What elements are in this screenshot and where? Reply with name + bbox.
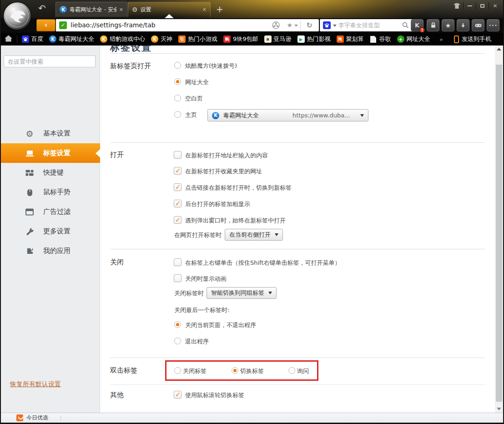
checkbox-label[interactable]: 点击链接在新标签打开时，切换到新标签 [185,184,292,192]
send-to-phone-button[interactable]: 发送到手机 [454,35,491,43]
more-tools-button[interactable]: ••• [487,19,499,31]
checkbox-label[interactable]: 在新标签打开收藏夹里的网址 [185,168,262,175]
radio-button[interactable] [174,78,181,85]
address-bar[interactable]: ✓ liebao://settings-frame/tab ★ ↻ [56,19,319,31]
radio-label[interactable]: 主页 [185,111,197,119]
search-box[interactable] [320,19,413,31]
bookmark-mieshen[interactable]: K 灭神 [151,35,172,43]
add-favorite-icon[interactable]: ★ [287,21,292,29]
radio-button[interactable] [174,338,181,344]
restore-defaults-link[interactable]: 恢复所有默认设置 [10,380,61,389]
radio-button[interactable] [174,62,181,69]
bookmark-duba[interactable]: K 毒霸网址大全 [49,35,94,43]
checkbox[interactable] [174,183,181,191]
lock-button[interactable] [427,19,439,31]
video-favicon-icon: ▶ [297,35,305,43]
bookmark-juhuasuan[interactable]: 淘 聚划算 [337,35,364,43]
radio-button[interactable] [174,95,181,101]
bookmarks-overflow-chevron[interactable]: » [439,36,443,43]
radio-label[interactable]: 关闭当前页面，不退出程序 [185,322,256,329]
sidebar-item-more-settings[interactable]: 更多设置 [0,222,100,241]
speed-boost-icon[interactable] [272,21,280,31]
close-when-select[interactable]: 智能切换到同组标签 [207,287,277,299]
bookmark-movies[interactable]: ▶ 热门影视 [297,35,331,43]
radio-button[interactable] [174,367,181,374]
checkbox-label[interactable]: 后台打开的标签加粗显示 [185,201,250,208]
open-when-select[interactable]: 在当前右侧打开 [225,229,283,241]
radio-button[interactable] [174,111,181,118]
radio-button[interactable] [288,367,295,374]
favorite-dropdown-icon[interactable] [294,25,298,27]
radio-label[interactable]: 关闭标签 [183,368,207,375]
radio-label[interactable]: 网址大全 [185,79,209,86]
homepage-select[interactable]: K 毒霸网址大全 https://www.duba... [207,109,368,121]
new-tab-button[interactable]: + [214,4,226,15]
sidebar-item-ad-filter[interactable]: 广告过滤 [0,202,100,222]
search-icon[interactable] [402,22,409,30]
bookmark-game-center[interactable]: K 猎豹游戏中心 [100,35,145,43]
radio-label[interactable]: 炫酷魔方(快速拨号) [185,62,237,70]
checkbox[interactable] [174,391,181,399]
daily-picks-link[interactable]: 今日优选 [26,413,48,423]
checkbox[interactable] [174,200,181,207]
puzzle-icon [24,247,35,255]
baidu-logo-icon[interactable] [323,21,331,29]
maximize-button[interactable] [476,2,489,10]
checkbox-label[interactable]: 遇到弹出窗口时，始终在新标签中打开 [185,217,286,224]
checkbox-label[interactable]: 在新标签打开地址栏输入的内容 [185,152,268,159]
favorites-button[interactable]: ★ [442,19,454,31]
minimize-button[interactable] [464,2,476,10]
triangle-up-icon [497,48,501,50]
radio-label[interactable]: 询问 [297,368,309,375]
bookmark-wangzhi[interactable]: + 网址大全 [397,35,430,43]
bookmark-google[interactable]: 谷歌 [370,35,391,43]
radio-button[interactable] [232,367,238,374]
search-input[interactable] [338,20,397,30]
url-text[interactable]: liebao://settings-frame/tab [71,21,156,29]
address-row: ‹ ✓ liebao://settings-frame/tab ★ ↻ K ! [0,18,504,33]
downloads-button[interactable] [457,19,469,31]
minimize-icon [468,5,472,6]
back-button[interactable]: ‹ [36,19,55,31]
search-engine-dropdown-icon[interactable] [333,25,337,27]
scroll-up-button[interactable] [495,45,503,53]
sidebar-item-mouse-gestures[interactable]: 鼠标手势 [0,182,100,202]
bookmark-minigames[interactable]: 引 热门小游戏 [178,35,217,43]
home-icon[interactable] [5,35,12,43]
checkbox[interactable] [174,274,181,282]
scroll-down-button[interactable] [495,405,503,413]
scroll-thumb[interactable] [496,65,502,402]
bookmark-amazon[interactable]: a 亚马逊 [264,35,292,43]
sidebar-item-shortcut-keys[interactable]: 快捷键 [0,163,100,182]
checkbox[interactable] [174,216,181,224]
bookmark-baidu[interactable]: 百度 [22,35,43,43]
checkbox[interactable] [174,258,181,266]
tab-duba-homepage[interactable]: K 毒霸网址大全 - 安全... ✕ [55,2,127,17]
refresh-icon[interactable]: ↻ [307,21,312,30]
checkbox-label[interactable]: 关闭时显示动画 [185,275,227,283]
close-button[interactable]: ✕ [489,2,501,10]
radio-button[interactable] [174,321,181,328]
plus-favicon-icon: + [397,35,404,43]
cheetah-browser-logo[interactable] [3,1,32,30]
sidebar-item-tab-settings[interactable]: 标签设置 [0,143,100,163]
sidebar-item-basic-settings[interactable]: ⚙ 基本设置 [0,124,100,143]
checkbox[interactable] [174,167,181,175]
radio-label[interactable]: 退出程序 [185,338,209,345]
games-button[interactable] [472,19,484,31]
settings-search-input[interactable] [4,56,96,67]
radio-label[interactable]: 切换标签 [240,368,264,375]
theme-skin-button[interactable] [451,2,463,10]
checkbox-label[interactable]: 在标签上右键单击（按住Shift右键单击标签，可打开菜单） [185,259,341,267]
titlebar-back-arrow-icon[interactable]: ↶ [38,4,46,13]
sidebar-item-my-apps[interactable]: 我的应用 [0,241,100,261]
duba-security-button[interactable]: K ! [411,19,423,31]
checkbox[interactable] [174,151,181,159]
tab-close-icon[interactable]: ✕ [119,7,123,13]
checkbox-label[interactable]: 使用鼠标滚轮切换标签 [185,392,244,399]
shopping-bag-icon[interactable] [16,414,23,421]
scrollbar[interactable] [495,45,503,413]
bookmark-baoyou[interactable]: 购 9块9包邮 [223,35,258,43]
radio-label[interactable]: 空白页 [185,95,203,102]
tab-close-icon[interactable]: ✕ [202,7,207,13]
